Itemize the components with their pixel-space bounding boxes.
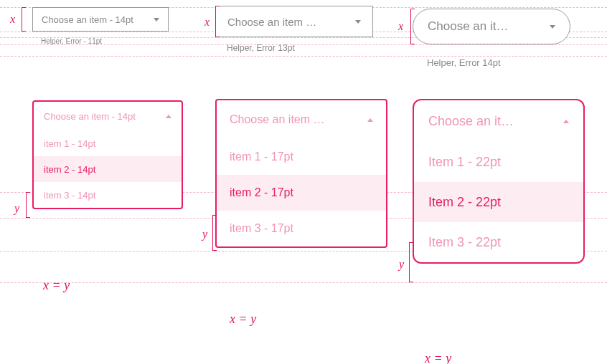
dropdown-item-label: Item 2 - 22pt (428, 195, 501, 210)
dropdown-item-label: item 3 - 17pt (230, 222, 293, 235)
chevron-up-icon (367, 118, 373, 122)
dim-label-x: x (10, 13, 15, 26)
dropdown-item-label: item 1 - 17pt (230, 150, 293, 163)
dropdown-open-label: Choose an item … (230, 113, 325, 126)
dropdown-open-header[interactable]: Choose an it… (414, 100, 583, 142)
dropdown-item-label: item 2 - 17pt (230, 186, 293, 199)
dim-bracket (212, 215, 217, 251)
dropdown-closed-small-wrap: Choose an item - 14pt Helper, Error - 11… (32, 7, 169, 45)
dropdown-item-label: Item 1 - 22pt (428, 155, 501, 170)
dropdown-closed-large[interactable]: Choose an it… (413, 9, 570, 44)
dropdown-item-label: item 3 - 14pt (44, 190, 95, 201)
dropdown-item-selected[interactable]: item 2 - 17pt (217, 175, 386, 211)
dim-label-x: x (204, 16, 210, 29)
dim-bracket (409, 242, 413, 282)
dim-bracket (22, 7, 26, 32)
dim-formula: x = y (230, 312, 256, 327)
dim-bracket (26, 192, 30, 218)
dropdown-open-header[interactable]: Choose an item … (217, 100, 386, 139)
dropdown-closed-medium-wrap: Choose an item … Helper, Error 13pt (215, 6, 373, 53)
dropdown-item-label: Item 3 - 22pt (428, 235, 501, 250)
dropdown-item-selected[interactable]: item 2 - 14pt (34, 156, 182, 182)
dropdown-placeholder: Choose an item - 14pt (42, 14, 133, 25)
dropdown-open-header[interactable]: Choose an item - 14pt (34, 102, 182, 130)
helper-text: Helper, Error - 11pt (41, 37, 169, 45)
chevron-down-icon (355, 20, 361, 24)
helper-text: Helper, Error 14pt (427, 57, 570, 68)
guide-line (0, 282, 607, 283)
dropdown-closed-small[interactable]: Choose an item - 14pt (32, 7, 169, 32)
dropdown-item[interactable]: item 3 - 14pt (34, 182, 182, 208)
dropdown-closed-large-wrap: Choose an it… Helper, Error 14pt (413, 9, 570, 68)
dropdown-item[interactable]: item 1 - 14pt (34, 130, 182, 156)
chevron-down-icon (154, 18, 159, 21)
dropdown-item[interactable]: item 1 - 17pt (217, 139, 386, 175)
dropdown-open-small: Choose an item - 14pt item 1 - 14pt item… (32, 100, 183, 209)
dropdown-item[interactable]: Item 3 - 22pt (414, 222, 583, 262)
dropdown-item-label: item 1 - 14pt (44, 138, 95, 149)
dropdown-placeholder: Choose an it… (428, 19, 508, 34)
dropdown-item-label: item 2 - 14pt (44, 164, 95, 175)
dim-label-y: y (202, 228, 207, 241)
chevron-up-icon (166, 115, 171, 118)
chevron-up-icon (563, 120, 569, 123)
dim-formula: x = y (43, 278, 70, 293)
dropdown-closed-medium[interactable]: Choose an item … (215, 6, 373, 37)
dropdown-item[interactable]: Item 1 - 22pt (414, 142, 583, 182)
dropdown-placeholder: Choose an item … (227, 16, 316, 28)
dropdown-open-large: Choose an it… Item 1 - 22pt Item 2 - 22p… (413, 99, 585, 264)
dropdown-open-label: Choose an item - 14pt (44, 111, 136, 122)
dropdown-item[interactable]: item 3 - 17pt (217, 211, 386, 246)
dim-bracket (410, 9, 415, 44)
dim-label-x: x (398, 20, 403, 33)
dim-label-y: y (14, 202, 19, 215)
dropdown-open-label: Choose an it… (428, 114, 514, 129)
dropdown-item-selected[interactable]: Item 2 - 22pt (414, 182, 583, 222)
dim-bracket (215, 6, 220, 37)
chevron-down-icon (550, 25, 555, 29)
helper-text: Helper, Error 13pt (227, 43, 373, 53)
dim-formula: x = y (425, 351, 451, 364)
dim-label-y: y (399, 258, 404, 271)
dropdown-open-medium: Choose an item … item 1 - 17pt item 2 - … (215, 99, 387, 248)
